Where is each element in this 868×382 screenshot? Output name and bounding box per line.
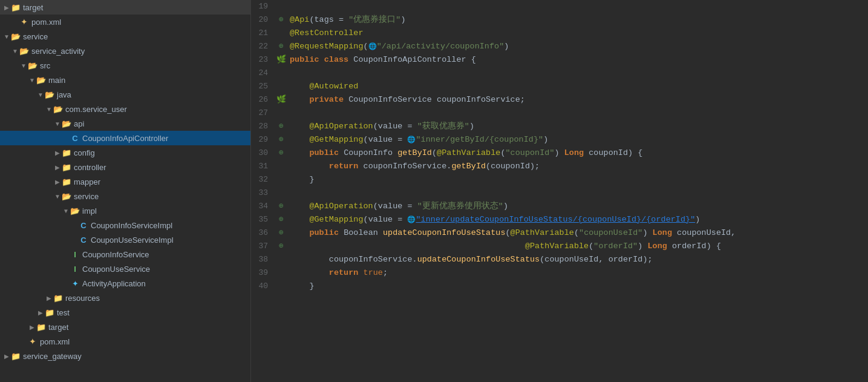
tree-item-api[interactable]: api xyxy=(0,116,250,131)
folder-icon xyxy=(11,2,21,12)
code-line: 40 } xyxy=(251,280,868,293)
code-line: 37⊕ @PathVariable("orderId") Long orderI… xyxy=(251,240,868,253)
gutter-icon: ⊕ xyxy=(275,200,287,213)
tree-item-service-activity[interactable]: service_activity xyxy=(0,44,250,58)
gutter-icon: ⊕ xyxy=(275,240,287,253)
tree-item-label: service xyxy=(74,192,99,201)
folder-icon xyxy=(45,308,54,317)
gutter-icon xyxy=(275,266,287,280)
line-number: 22 xyxy=(251,40,275,53)
tree-arrow xyxy=(36,309,45,316)
tree-item-test[interactable]: test xyxy=(0,305,250,320)
code-content xyxy=(287,186,868,200)
folder-icon xyxy=(62,162,71,172)
tree-item-impl[interactable]: impl xyxy=(0,203,250,218)
tree-item-CouponInfoServiceImpl[interactable]: CouponInfoServiceImpl xyxy=(0,218,250,232)
tree-item-pom-xml-root[interactable]: pom.xml xyxy=(0,15,250,29)
java-class-icon xyxy=(79,235,88,245)
tree-item-label: config xyxy=(74,148,95,157)
tree-item-controller[interactable]: controller xyxy=(0,160,250,174)
code-line: 33 xyxy=(251,186,868,200)
code-content: } xyxy=(287,173,868,186)
tree-item-CouponInfoService[interactable]: CouponInfoService xyxy=(0,247,250,262)
code-content: return couponInfoService.getById(couponI… xyxy=(287,160,868,173)
code-line: 25 @Autowired xyxy=(251,80,868,93)
java-class-icon xyxy=(70,133,80,143)
tree-item-label: test xyxy=(57,308,70,317)
code-content: @Api(tags = "优惠券接口") xyxy=(287,13,868,27)
tree-item-main[interactable]: main xyxy=(0,73,250,87)
tree-arrow xyxy=(53,120,62,127)
tree-item-pom-xml-sub[interactable]: pom.xml xyxy=(0,334,250,349)
gutter-icon: 🌿 xyxy=(275,93,287,107)
gutter-icon xyxy=(275,173,287,186)
tree-item-label: impl xyxy=(82,206,97,216)
code-content: @ApiOperation(value = "更新优惠券使用状态") xyxy=(287,200,868,213)
folder-icon xyxy=(11,351,21,361)
line-number: 29 xyxy=(251,133,275,147)
tree-item-java[interactable]: java xyxy=(0,87,250,102)
code-content: private CouponInfoService couponInfoServ… xyxy=(287,93,868,107)
code-line: 35⊕ @GetMapping(value = 🌐"inner/updateCo… xyxy=(251,213,868,226)
code-line: 36⊕ public Boolean updateCouponInfoUseSt… xyxy=(251,226,868,240)
code-content: @ApiOperation(value = "获取优惠券") xyxy=(287,120,868,133)
code-content xyxy=(287,67,868,80)
gutter-icon xyxy=(275,280,287,293)
tree-item-label: service_activity xyxy=(31,47,85,56)
tree-item-label: target xyxy=(23,3,43,12)
gutter-icon: ⊕ xyxy=(275,120,287,133)
tree-item-ActivityApplication[interactable]: ActivityApplication xyxy=(0,276,250,291)
tree-item-src[interactable]: src xyxy=(0,58,250,73)
tree-arrow xyxy=(2,33,11,40)
gutter-icon xyxy=(275,160,287,173)
folder-open-icon xyxy=(53,104,63,114)
folder-icon xyxy=(62,148,71,157)
gutter-icon xyxy=(275,107,287,120)
folder-icon xyxy=(36,322,46,332)
java-interface-icon xyxy=(70,264,80,274)
line-number: 23 xyxy=(251,53,275,67)
code-line: 34⊕ @ApiOperation(value = "更新优惠券使用状态") xyxy=(251,200,868,213)
tree-item-target-root[interactable]: target xyxy=(0,0,250,15)
tree-item-resources[interactable]: resources xyxy=(0,291,250,305)
tree-item-config[interactable]: config xyxy=(0,145,250,160)
tree-arrow xyxy=(53,193,62,200)
tree-item-mapper[interactable]: mapper xyxy=(0,174,250,189)
folder-open-icon xyxy=(11,31,21,41)
line-number: 30 xyxy=(251,147,275,160)
gutter-icon xyxy=(275,80,287,93)
line-number: 24 xyxy=(251,67,275,80)
code-content: couponInfoService.updateCouponInfoUseSta… xyxy=(287,253,868,266)
java-interface-icon xyxy=(70,249,80,259)
tree-item-service-folder[interactable]: service xyxy=(0,189,250,203)
code-line: 23🌿public class CouponInfoApiController … xyxy=(251,53,868,67)
folder-open-icon xyxy=(62,119,71,128)
tree-item-label: service_gateway xyxy=(23,352,82,361)
tree-item-label: pom.xml xyxy=(40,337,70,346)
tree-item-label: controller xyxy=(74,163,106,172)
code-line: 22⊕@RequestMapping(🌐"/api/activity/coupo… xyxy=(251,40,868,53)
code-editor[interactable]: 1920⊕@Api(tags = "优惠券接口")21@RestControll… xyxy=(251,0,868,382)
tree-item-CouponInfoApiController[interactable]: CouponInfoApiController xyxy=(0,131,250,145)
tree-item-CouponUseServiceImpl[interactable]: CouponUseServiceImpl xyxy=(0,232,250,247)
tree-arrow xyxy=(19,62,28,69)
folder-open-icon xyxy=(70,206,80,216)
tree-item-target-sub[interactable]: target xyxy=(0,320,250,334)
tree-item-service-gateway[interactable]: service_gateway xyxy=(0,349,250,363)
tree-item-CouponUseService[interactable]: CouponUseService xyxy=(0,262,250,276)
tree-arrow xyxy=(11,48,19,54)
file-tree[interactable]: targetpom.xmlserviceservice_activitysrcm… xyxy=(0,0,251,382)
code-content: @Autowired xyxy=(287,80,868,93)
java-app-icon xyxy=(70,278,80,288)
code-line: 26🌿 private CouponInfoService couponInfo… xyxy=(251,93,868,107)
tree-item-label: java xyxy=(57,90,71,99)
tree-item-label: com.service_user xyxy=(65,105,127,114)
code-content: } xyxy=(287,280,868,293)
tree-item-service[interactable]: service xyxy=(0,29,250,44)
code-content: public Boolean updateCouponInfoUseStatus… xyxy=(287,226,868,240)
gutter-icon xyxy=(275,186,287,200)
code-content: @RequestMapping(🌐"/api/activity/couponIn… xyxy=(287,40,868,53)
tree-arrow xyxy=(53,150,62,156)
line-number: 35 xyxy=(251,213,275,226)
tree-item-com-service-user[interactable]: com.service_user xyxy=(0,102,250,116)
